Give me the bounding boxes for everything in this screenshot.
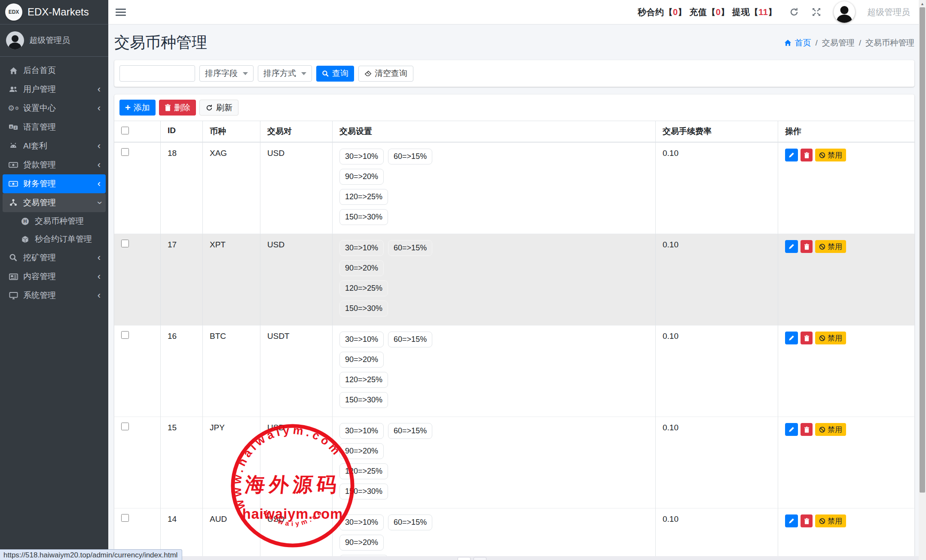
sidebar-item-mining[interactable]: 挖矿管理 ‹ xyxy=(3,248,106,267)
trade-setting-chip[interactable]: 150=>30% xyxy=(339,484,388,499)
trade-settings: 30=>10%60=>15%90=>20%120=>25%150=>30% xyxy=(339,514,438,560)
trade-setting-chip[interactable]: 60=>15% xyxy=(388,423,432,439)
navbar-username[interactable]: 超级管理员 xyxy=(867,6,910,18)
trade-setting-chip[interactable]: 150=>30% xyxy=(339,301,388,317)
gears-icon: ⚙⚙ xyxy=(7,104,19,112)
trash-icon xyxy=(804,243,810,250)
sidebar-item-settings[interactable]: ⚙⚙ 设置中心 ‹ xyxy=(3,99,106,118)
edit-button[interactable] xyxy=(785,240,798,253)
trade-setting-chip[interactable]: 60=>15% xyxy=(388,240,432,256)
add-button[interactable]: + 添加 xyxy=(119,100,156,116)
disable-button[interactable]: 禁用 xyxy=(815,332,846,344)
clear-search-button[interactable]: 清空查询 xyxy=(358,66,413,82)
sidebar-item-currency-manage[interactable]: H 交易币种管理 xyxy=(3,212,106,230)
delete-row-button[interactable] xyxy=(801,514,813,527)
user-avatar[interactable] xyxy=(834,1,855,23)
row-checkbox[interactable] xyxy=(121,240,129,247)
trade-setting-chip[interactable]: 120=>25% xyxy=(339,189,388,205)
status-url-tooltip: https://518.haiwaiym20.top/admin/currenc… xyxy=(0,549,182,560)
disable-button[interactable]: 禁用 xyxy=(815,240,846,253)
trade-setting-chip[interactable]: 120=>25% xyxy=(339,463,388,479)
sidebar-item-system[interactable]: 系统管理 ‹ xyxy=(3,286,106,305)
row-checkbox[interactable] xyxy=(121,148,129,156)
brand[interactable]: EDX EDX-Markets xyxy=(0,0,108,24)
row-checkbox[interactable] xyxy=(121,423,129,430)
scroll-up-arrow-icon[interactable]: ▲ xyxy=(919,0,926,7)
sidebar-item-contract-orders[interactable]: 秒合约订单管理 xyxy=(3,230,106,248)
row-actions: 禁用 xyxy=(778,508,914,560)
trade-setting-chip[interactable]: 60=>15% xyxy=(388,514,432,530)
plus-icon: + xyxy=(125,103,131,113)
delete-row-button[interactable] xyxy=(801,240,813,253)
sidebar-item-users[interactable]: 用户管理 ‹ xyxy=(3,80,106,99)
refresh-button[interactable]: 刷新 xyxy=(199,100,238,116)
table-row: 14 AUD USD 30=>10%60=>15%90=>20%120=>25%… xyxy=(114,508,914,560)
vertical-scrollbar[interactable]: ▲ xyxy=(919,0,926,560)
disable-label: 禁用 xyxy=(828,333,842,343)
pagination-button[interactable] xyxy=(474,557,486,560)
edit-button[interactable] xyxy=(785,332,798,344)
trade-setting-chip[interactable]: 30=>10% xyxy=(339,423,384,439)
sidebar-item-language[interactable]: AZ 语言管理 xyxy=(3,118,106,137)
chevron-left-icon: ‹ xyxy=(98,291,101,300)
trade-setting-chip[interactable]: 60=>15% xyxy=(388,332,432,347)
row-currency: JPY xyxy=(202,417,260,508)
sidebar-item-loans[interactable]: 贷款管理 ‹ xyxy=(3,155,106,174)
edit-button[interactable] xyxy=(785,149,798,161)
delete-row-button[interactable] xyxy=(801,423,813,436)
trade-setting-chip[interactable]: 150=>30% xyxy=(339,392,388,408)
trade-setting-chip[interactable]: 30=>10% xyxy=(339,332,384,347)
delete-row-button[interactable] xyxy=(801,149,813,161)
disable-button[interactable]: 禁用 xyxy=(815,149,846,161)
fullscreen-icon[interactable] xyxy=(811,7,822,17)
ban-icon xyxy=(819,243,825,250)
trade-setting-chip[interactable]: 120=>25% xyxy=(339,372,388,388)
trade-setting-chip[interactable]: 150=>30% xyxy=(339,209,388,225)
refresh-icon[interactable] xyxy=(789,7,799,17)
hamburger-menu-icon[interactable] xyxy=(116,7,126,18)
edit-button[interactable] xyxy=(785,514,798,527)
refresh-icon xyxy=(205,104,213,112)
delete-row-button[interactable] xyxy=(801,332,813,344)
sidebar-item-label: 贷款管理 xyxy=(23,159,56,170)
disable-button[interactable]: 禁用 xyxy=(815,514,846,527)
column-header: 操作 xyxy=(778,121,914,143)
scrollbar-thumb[interactable] xyxy=(920,7,925,493)
trade-setting-chip[interactable]: 120=>25% xyxy=(339,280,388,296)
pagination-button[interactable] xyxy=(458,557,471,560)
breadcrumb-home-link[interactable]: 首页 xyxy=(784,37,811,49)
row-pair: USD xyxy=(260,234,332,326)
sidebar-item-finance[interactable]: 财务管理 ‹ xyxy=(3,174,106,193)
trade-setting-chip[interactable]: 90=>20% xyxy=(339,260,384,276)
ban-icon xyxy=(819,152,825,158)
trade-setting-chip[interactable]: 90=>20% xyxy=(339,535,384,551)
sort-order-select[interactable]: 排序方式 xyxy=(258,65,312,82)
trade-setting-chip[interactable]: 60=>15% xyxy=(388,149,432,164)
top-navbar: 秒合约【0】 充值【0】 提现【11】 超级管理员 xyxy=(108,0,919,24)
sort-field-select[interactable]: 排序字段 xyxy=(199,65,254,82)
trade-setting-chip[interactable]: 90=>20% xyxy=(339,169,384,185)
search-input[interactable] xyxy=(119,65,195,82)
row-checkbox[interactable] xyxy=(121,514,129,522)
sidebar-user-panel[interactable]: 超级管理员 xyxy=(0,24,108,57)
search-icon xyxy=(7,253,19,262)
trade-setting-chip[interactable]: 30=>10% xyxy=(339,240,384,256)
select-all-checkbox[interactable] xyxy=(121,127,129,134)
row-checkbox[interactable] xyxy=(121,331,129,339)
sidebar-item-ai[interactable]: AI套利 ‹ xyxy=(3,137,106,155)
stat-value: 0 xyxy=(716,7,721,17)
delete-button[interactable]: 删除 xyxy=(159,100,196,116)
disable-button[interactable]: 禁用 xyxy=(815,423,846,436)
sidebar-item-trade[interactable]: 交易管理 ‹ xyxy=(3,193,106,212)
h-circle-icon: H xyxy=(19,217,31,225)
search-button[interactable]: 查询 xyxy=(316,66,354,82)
trade-setting-chip[interactable]: 30=>10% xyxy=(339,149,384,164)
trade-setting-chip[interactable]: 90=>20% xyxy=(339,443,384,459)
edit-button[interactable] xyxy=(785,423,798,436)
chevron-left-icon: ‹ xyxy=(98,85,101,94)
trade-setting-chip[interactable]: 90=>20% xyxy=(339,352,384,368)
sidebar-item-content[interactable]: 内容管理 ‹ xyxy=(3,267,106,286)
column-header: 交易设置 xyxy=(332,121,655,143)
sidebar-item-dashboard[interactable]: 后台首页 xyxy=(3,61,106,80)
trade-setting-chip[interactable]: 30=>10% xyxy=(339,514,384,530)
